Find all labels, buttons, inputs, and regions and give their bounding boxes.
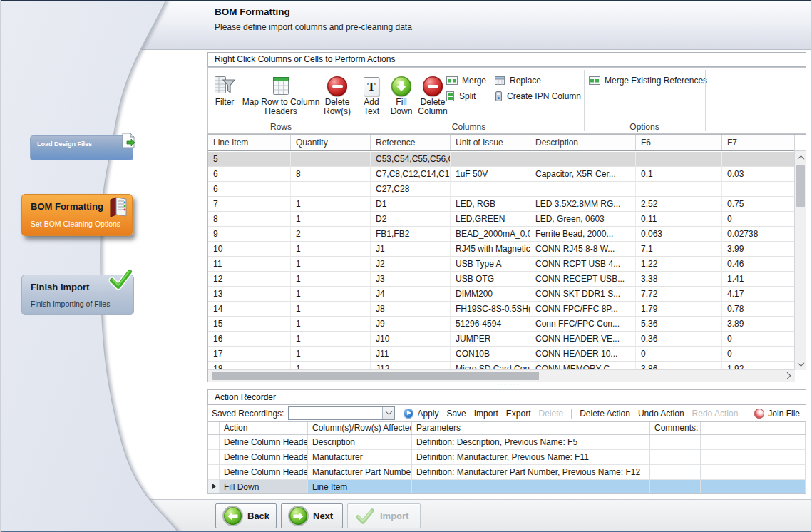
recorder-row[interactable]: Define Column HeaderManufacturerDefiniti… [208,450,806,465]
grid-cell[interactable]: USB Type A [451,257,530,272]
recorder-cell[interactable]: Fill Down [220,480,308,494]
grid-cell[interactable]: LED 3.5X2.8MM RG... [530,197,636,212]
grid-cell[interactable]: 0 [636,347,722,362]
grid-cell[interactable]: 3.99 [722,242,795,257]
grid-cell[interactable]: Conn FFC/FPC Con... [530,317,636,332]
grid-cell[interactable]: 1 [291,197,371,212]
grid-cell[interactable] [636,152,722,167]
grid-cell[interactable]: BEAD_2000mA_0.0... [451,227,530,242]
recorder-header-cell[interactable]: Comments: [650,422,701,434]
grid-cell[interactable]: J4 [371,287,451,302]
grid-cell[interactable]: 8 [291,167,371,182]
grid-cell[interactable]: LED, Green, 0603 [530,212,636,227]
grid-cell[interactable]: 0.1 [636,167,722,182]
merge-button[interactable]: Merge [446,75,486,86]
grid-cell[interactable]: CONN RCPT USB 4... [530,257,636,272]
grid-cell[interactable]: J10 [371,332,451,347]
recorder-cell[interactable]: Define Column Header [220,465,308,480]
grid-cell[interactable]: 14 [208,302,291,317]
recorder-cell[interactable]: Description [308,435,412,450]
grid-cell[interactable]: C27,C28 [371,182,451,197]
grid-cell[interactable]: 0.063 [636,227,722,242]
recorder-cell[interactable] [650,465,701,480]
grid-cell[interactable]: JUMPER [451,332,530,347]
grid-cell[interactable]: 8 [208,212,291,227]
grid-header-cell[interactable]: Line Item [208,135,291,150]
grid-cell[interactable]: 1 [291,302,371,317]
import-recording-button[interactable]: Import [474,409,498,419]
grid-cell[interactable] [291,182,371,197]
grid-cell[interactable]: 5.36 [636,317,722,332]
grid-cell[interactable]: D1 [371,197,451,212]
merge-existing-references-button[interactable]: Merge Existing References [589,75,707,86]
delete-rows-button[interactable]: Delete Row(s) [322,71,352,124]
delete-action-button[interactable]: Delete Action [580,409,630,419]
grid-cell[interactable]: 1 [291,332,371,347]
grid-cell[interactable]: 1 [291,257,371,272]
grid-cell[interactable]: C7,C8,C12,C14,C15,... [371,167,451,182]
grid-cell[interactable]: CONN HEADER 10... [530,347,636,362]
grid-cell[interactable]: 7.72 [636,287,722,302]
grid-cell[interactable]: CONN RECEPT USB... [530,272,636,287]
grid-cell[interactable]: CON10B [451,347,530,362]
grid-cell[interactable]: DIMM200 [451,287,530,302]
splitter-handle[interactable]: ⋅⋅⋅⋅⋅⋅⋅⋅ [471,382,549,388]
grid-cell[interactable] [722,182,795,197]
grid-cell[interactable]: 0 [722,332,795,347]
recorder-row[interactable]: Fill DownLine Item [208,480,806,494]
map-row-to-column-headers-button[interactable]: Map Row to Column Headers [241,71,321,124]
grid-cell[interactable]: 2.52 [636,197,722,212]
grid-cell[interactable]: 1.79 [636,302,722,317]
grid-cell[interactable]: USB OTG [451,272,530,287]
recorder-cell[interactable]: Line Item [308,480,412,494]
grid-cell[interactable]: 0 [722,347,795,362]
wizard-step-finish-import[interactable]: Finish Import Finish Importing of Files [21,275,134,315]
grid-vertical-scrollbar[interactable] [794,135,806,370]
apply-button[interactable]: Apply [417,409,438,419]
grid-header-cell[interactable]: Reference [371,135,451,150]
grid-cell[interactable]: CONN SKT DDR1 S... [530,287,636,302]
wizard-step-bom-formatting[interactable]: BOM Formatting Set BOM Cleaning Options [21,194,133,236]
grid-cell[interactable]: 0.03 [722,167,795,182]
recorder-header-cell[interactable]: Parameters [412,422,650,434]
grid-cell[interactable]: J8 [371,302,451,317]
recorder-cell[interactable]: Define Column Header [220,435,308,450]
grid-cell[interactable]: 51296-4594 [451,317,530,332]
grid-cell[interactable]: 0 [722,212,795,227]
grid-cell[interactable]: 0.11 [636,212,722,227]
next-button[interactable]: Next [281,503,343,528]
grid-cell[interactable]: 2 [291,227,371,242]
grid-cell[interactable]: 1 [291,272,371,287]
grid-cell[interactable]: 3.89 [722,317,795,332]
combo-dropdown-button[interactable] [382,407,394,419]
grid-header-cell[interactable]: Quantity [291,135,371,150]
grid-cell[interactable]: FB1,FB2 [371,227,451,242]
grid-cell[interactable]: 16 [208,332,291,347]
grid-cell[interactable]: 17 [208,347,291,362]
grid-header-cell[interactable]: Unit of Issue [451,135,530,150]
recorder-cell[interactable] [650,480,701,494]
grid-cell[interactable]: 0.02738 [722,227,795,242]
grid-cell[interactable]: 1 [291,212,371,227]
grid-cell[interactable]: 1 [291,287,371,302]
delete-column-button[interactable]: Delete Column [416,71,449,124]
recorder-cell[interactable]: Define Column Header [220,450,308,465]
recorder-header-cell[interactable]: Column(s)/Row(s) Affected [308,422,412,434]
scroll-right-button[interactable] [783,370,795,382]
saved-recordings-select[interactable] [288,406,395,420]
filter-button[interactable]: Filter [210,71,240,124]
fill-down-button[interactable]: Fill Down [388,71,415,124]
grid-cell[interactable]: 15 [208,317,291,332]
recorder-cell[interactable] [412,480,650,494]
grid-cell[interactable]: 1.22 [636,257,722,272]
grid-cell[interactable]: 7 [208,197,291,212]
recorder-row[interactable]: Define Column HeaderDescriptionDefinitio… [208,435,806,450]
grid-cell[interactable]: C53,C54,C55,C56,C... [371,152,451,167]
grid-cell[interactable]: 6 [208,167,291,182]
grid-header-cell[interactable]: F6 [636,135,722,150]
grid-horizontal-scrollbar[interactable] [208,369,795,382]
grid-cell[interactable]: J11 [371,347,451,362]
recorder-cell[interactable] [650,435,701,450]
grid-cell[interactable]: 12 [208,272,291,287]
grid-cell[interactable] [291,152,371,167]
